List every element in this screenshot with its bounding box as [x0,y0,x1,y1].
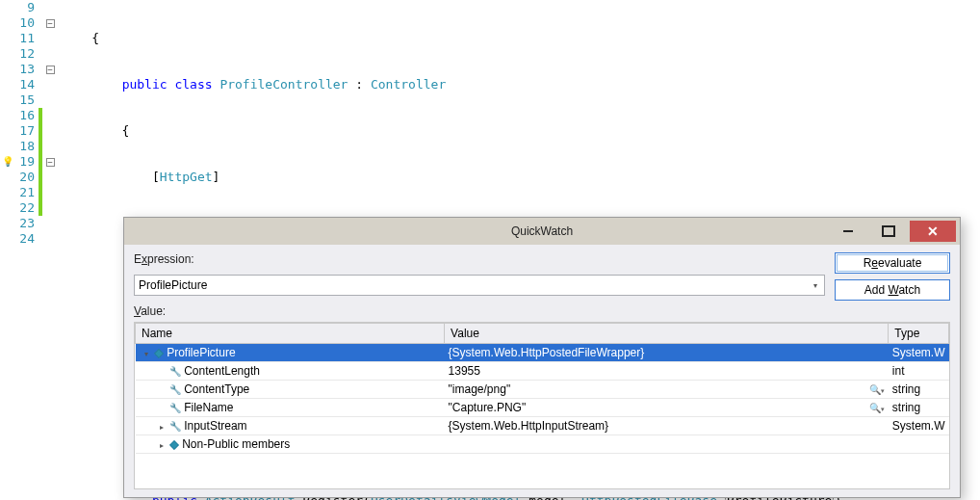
grid-row[interactable]: 🔧 ContentType"image/png" 🔍▾string [136,381,949,399]
row-type: string [889,399,949,417]
wrench-icon: 🔧 [169,384,181,395]
row-value: {System.Web.HttpPostedFileWrapper} [449,346,645,359]
row-name: ContentLength [184,364,260,378]
row-value: "image/png" [449,382,511,396]
magnifier-icon[interactable]: 🔍 [869,403,881,413]
close-button[interactable]: ✕ [910,221,956,242]
expand-toggle[interactable]: ▾ [142,350,151,358]
maximize-button[interactable] [869,221,908,242]
row-name: InputStream [184,419,246,433]
row-value: "Capture.PNG" [449,401,527,414]
row-value: 13955 [449,364,480,378]
fold-toggle[interactable]: − [46,158,55,167]
row-name: ProfilePicture [167,346,235,359]
titlebar[interactable]: QuickWatch ✕ [124,218,960,245]
magnifier-dropdown-icon[interactable]: ▾ [881,387,885,394]
row-type: int [889,362,949,381]
grid-row[interactable]: 🔧 ContentLength13955int [136,362,949,381]
expression-input[interactable] [134,275,825,296]
fold-toggle[interactable]: − [46,66,55,74]
fold-toggle[interactable]: − [46,19,55,28]
wrench-icon: 🔧 [169,421,181,432]
row-value: {System.Web.HttpInputStream} [449,419,609,433]
object-icon [169,440,179,450]
row-name: Non-Public members [182,437,290,451]
grid-row[interactable]: 🔧 FileName"Capture.PNG" 🔍▾string [136,399,949,417]
expression-dropdown-icon[interactable]: ▾ [809,278,822,292]
row-type [889,435,949,454]
grid-row[interactable]: ▸ 🔧 InputStream{System.Web.HttpInputStre… [136,417,949,435]
wrench-icon: 🔧 [169,366,181,377]
row-name: FileName [184,401,233,414]
magnifier-icon[interactable]: 🔍 [869,384,881,395]
wrench-icon: 🔧 [169,403,181,413]
row-type: string [889,381,949,399]
fold-margin[interactable]: − − − [42,0,58,500]
expand-toggle[interactable]: ▸ [157,441,167,450]
minimize-button[interactable] [829,221,867,242]
magnifier-dropdown-icon[interactable]: ▾ [881,406,885,412]
lightbulb-icon[interactable]: 💡 [0,154,15,170]
col-value[interactable]: Value [445,324,889,344]
col-type[interactable]: Type [889,324,949,344]
line-number-gutter: 9 10 11 12 13 14 15 16 17 18 19 20 21 22… [15,0,39,500]
grid-row[interactable]: ▾ ProfilePicture{System.Web.HttpPostedFi… [136,344,949,362]
row-type: System.W [889,344,949,362]
col-name[interactable]: Name [136,324,445,344]
expression-label: Expression: [134,252,825,271]
row-type: System.W [889,417,949,435]
row-name: ContentType [184,382,249,396]
lightbulb-margin: 💡 [0,0,15,500]
value-grid[interactable]: Name Value Type ▾ ProfilePicture{System.… [134,322,950,489]
reevaluate-button[interactable]: Reevaluate [835,252,950,274]
quickwatch-window[interactable]: QuickWatch ✕ Expression: Reevaluate Add … [123,217,961,498]
expand-toggle[interactable]: ▸ [157,423,167,432]
object-icon [154,349,164,358]
add-watch-button[interactable]: Add Watch [835,279,950,301]
grid-row[interactable]: ▸ Non-Public members [136,435,949,454]
value-label: Value: [134,304,825,318]
